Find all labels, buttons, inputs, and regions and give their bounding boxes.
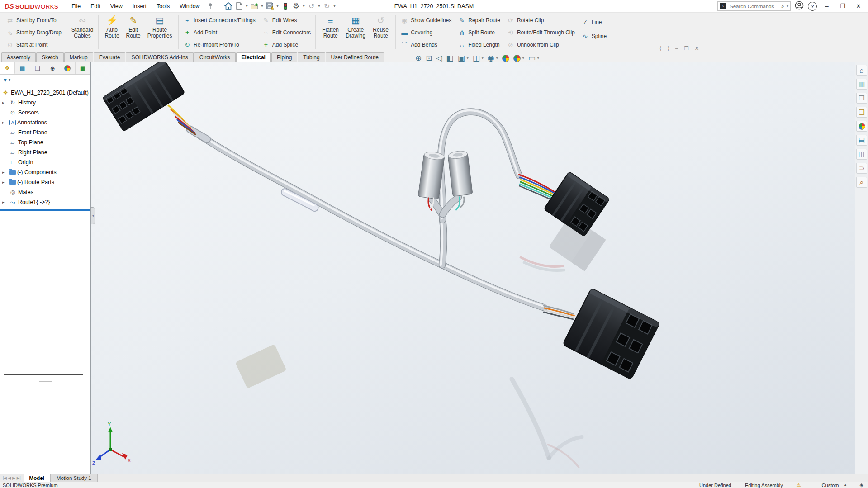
menu-edit[interactable]: Edit (85, 1, 105, 11)
file-explorer-icon[interactable]: ❒ (856, 93, 867, 104)
tree-item-route-parts[interactable]: ▸ (-) Route Parts (0, 177, 90, 187)
display-manager-tab[interactable] (60, 62, 75, 74)
tab-assembly[interactable]: Assembly (1, 52, 36, 62)
inspection-icon[interactable]: ⌕ (856, 177, 867, 188)
tab-sketch[interactable]: Sketch (36, 52, 64, 62)
covering-button[interactable]: ▬ Covering (398, 27, 453, 38)
cam-tab[interactable]: ▦ (76, 62, 90, 74)
tree-item-annotations[interactable]: ▸ A Annotations (0, 118, 90, 128)
open-document-caret-icon[interactable]: ▾ (260, 4, 265, 8)
tree-item-sensors[interactable]: ⊙ Sensors (0, 108, 90, 118)
wire-fan-top-left[interactable] (168, 105, 195, 134)
tube-main-trunk[interactable] (191, 129, 442, 265)
tree-item-right-plane[interactable]: ▱ Right Plane (0, 147, 90, 157)
expand-arrow-icon[interactable]: ▸ (2, 180, 9, 185)
tab-piping[interactable]: Piping (271, 52, 297, 62)
edit-appearance-icon[interactable] (502, 55, 509, 62)
filter-caret-icon[interactable]: ▾ (9, 78, 10, 82)
route-properties-button[interactable]: ▤ Route Properties (144, 14, 175, 51)
tree-item-components[interactable]: ▸ (-) Components (0, 167, 90, 177)
minimize-window-icon[interactable]: – (821, 3, 833, 9)
next-tab-icon[interactable]: ▶ (12, 476, 15, 480)
tab-user-defined-route[interactable]: User Defined Route (326, 52, 384, 62)
pin-menu-icon[interactable] (208, 3, 213, 9)
unit-system-caret-icon[interactable]: ▾ (844, 483, 846, 487)
add-point-button[interactable]: + Add Point (181, 27, 257, 38)
menu-file[interactable]: File (66, 1, 85, 11)
tree-item-history[interactable]: ▸ ↻ History (0, 98, 90, 108)
doc-restore-icon[interactable]: ❐ (684, 45, 688, 52)
connector-bottom[interactable] (563, 288, 660, 379)
search-caret-icon[interactable]: ▾ (787, 4, 788, 8)
view-settings-icon[interactable]: ▭ (528, 54, 536, 62)
tree-scrollbar-track[interactable] (4, 374, 83, 375)
doc-minimize-icon[interactable]: – (675, 45, 678, 52)
routing-library-icon[interactable]: ⊃ (856, 163, 867, 174)
splice-can-right[interactable] (447, 150, 473, 197)
new-document-caret-icon[interactable]: ▾ (245, 4, 249, 8)
view-palette-icon[interactable]: ❏ (856, 107, 867, 118)
view-orientation-caret-icon[interactable]: ▾ (467, 56, 469, 60)
expand-arrow-icon[interactable]: ▸ (2, 170, 9, 175)
display-style-caret-icon[interactable]: ▾ (482, 56, 484, 60)
create-drawing-button[interactable]: ▦ Create Drawing (343, 14, 368, 51)
section-view-icon[interactable]: ◧ (446, 54, 454, 62)
rebuild-warning-icon[interactable]: ⚠ (797, 482, 801, 488)
options-caret-icon[interactable]: ▾ (302, 4, 306, 8)
home-icon[interactable] (223, 1, 234, 11)
configuration-manager-tab[interactable]: ❏ (30, 62, 45, 74)
restore-window-icon[interactable]: ❐ (837, 3, 849, 9)
add-bends-button[interactable]: ⌒ Add Bends (398, 39, 453, 50)
dimxpert-manager-tab[interactable]: ⊕ (45, 62, 60, 74)
tree-item-route1[interactable]: ▸ ↝ Route1{ ->?} (0, 197, 90, 207)
view-orientation-icon[interactable]: ▣ (458, 54, 465, 62)
tree-item-top-plane[interactable]: ▱ Top Plane (0, 137, 90, 147)
repair-route-button[interactable]: ✎ Repair Route (456, 14, 502, 26)
zoom-to-area-icon[interactable]: ⊡ (426, 54, 432, 62)
fixed-length-button[interactable]: ↔ Fixed Length (456, 39, 502, 50)
tree-scrollbar-thumb[interactable] (39, 381, 52, 382)
rebuild-traffic-light-icon[interactable] (280, 1, 291, 11)
connector-top-left[interactable] (103, 62, 185, 131)
menu-tools[interactable]: Tools (152, 1, 175, 11)
menu-view[interactable]: View (105, 1, 128, 11)
panel-splitter-handle[interactable]: ◂ (91, 207, 95, 224)
flatten-route-button[interactable]: ≡ Flatten Route (319, 14, 342, 51)
document-manager-icon[interactable]: ◫ (856, 149, 867, 160)
graphics-viewport[interactable]: Y X Z (91, 62, 855, 474)
doc-close-icon[interactable]: ✕ (695, 45, 699, 52)
rollback-bar[interactable] (0, 209, 90, 211)
save-icon[interactable] (265, 1, 275, 11)
edit-route-button[interactable]: ✎ Edit Route (123, 14, 143, 51)
hide-show-items-icon[interactable]: ◉ (488, 54, 494, 62)
search-commands-input[interactable] (729, 3, 779, 9)
close-window-icon[interactable]: ✕ (853, 3, 864, 9)
zoom-to-fit-icon[interactable]: ⊕ (415, 54, 422, 62)
apply-scene-caret-icon[interactable]: ▾ (522, 56, 524, 60)
previous-view-icon[interactable]: ◁ (436, 54, 442, 62)
pane-right-icon[interactable]: ⟩ (668, 45, 670, 52)
appearances-scenes-icon[interactable] (856, 121, 867, 132)
pane-left-icon[interactable]: ⟨ (659, 45, 662, 52)
unit-system-label[interactable]: Custom (822, 483, 839, 488)
previous-tab-icon[interactable]: ◀ (8, 476, 11, 480)
split-route-button[interactable]: ⋔ Split Route (456, 27, 502, 38)
expand-arrow-icon[interactable]: ▸ (2, 120, 9, 125)
help-icon[interactable]: ? (808, 2, 817, 11)
tab-evaluate[interactable]: Evaluate (94, 52, 126, 62)
tab-markup[interactable]: Markup (64, 52, 93, 62)
tree-root-assembly[interactable]: ❖ EWA_H1_2720_2501 (Default) <Display St… (0, 88, 90, 98)
redo-caret-icon[interactable]: ▾ (332, 4, 337, 8)
first-tab-icon[interactable]: |◀ (3, 476, 7, 480)
undo-caret-icon[interactable]: ▾ (317, 4, 322, 8)
search-icon[interactable]: ⌕ (781, 3, 784, 10)
tab-circuitworks[interactable]: CircuitWorks (194, 52, 236, 62)
feature-manager-tab[interactable]: ❖ (0, 62, 15, 74)
motion-study-tab[interactable]: Motion Study 1 (51, 474, 98, 482)
tree-item-front-plane[interactable]: ▱ Front Plane (0, 128, 90, 137)
hide-show-caret-icon[interactable]: ▾ (496, 56, 498, 60)
tab-solidworks-add-ins[interactable]: SOLIDWORKS Add-Ins (126, 52, 193, 62)
menu-insert[interactable]: Insert (128, 1, 152, 11)
undo-icon[interactable]: ↺ (306, 1, 317, 11)
spline-button[interactable]: ∿ Spline (579, 30, 608, 42)
